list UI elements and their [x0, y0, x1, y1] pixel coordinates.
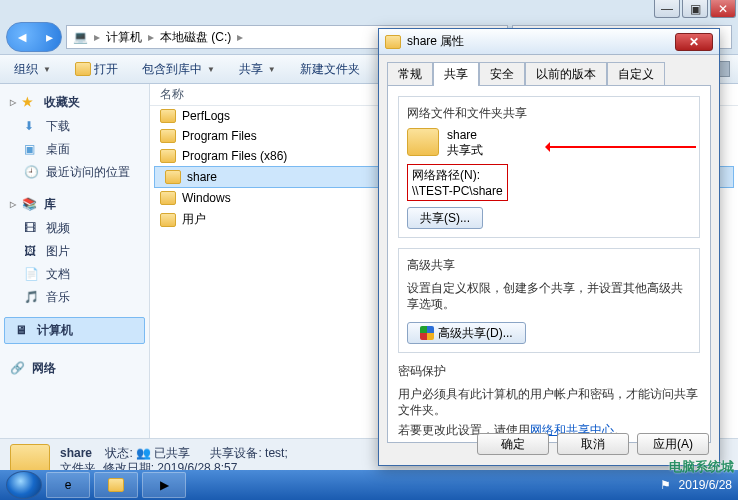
start-button[interactable]: [6, 471, 42, 499]
breadcrumb-drive[interactable]: 本地磁盘 (C:): [158, 29, 233, 46]
sidebar-libraries[interactable]: ▷库: [0, 192, 149, 217]
sidebar-item-label: 视频: [46, 220, 70, 237]
video-icon: [24, 221, 40, 237]
tray-date: 2019/6/28: [679, 478, 732, 492]
folder-icon: [385, 35, 401, 49]
details-device-value: test;: [265, 446, 288, 460]
tab-general[interactable]: 常规: [387, 62, 433, 86]
tab-sharing[interactable]: 共享: [433, 62, 479, 86]
chevron-right-icon: ▸: [94, 30, 100, 44]
advanced-share-button[interactable]: 高级共享(D)...: [407, 322, 526, 344]
nav-sidebar: ▷★收藏夹 下载 桌面 最近访问的位置 ▷库 视频 图片 文档 音乐 计算机 网…: [0, 84, 150, 452]
system-tray[interactable]: ⚑2019/6/28: [660, 478, 732, 492]
music-icon: [24, 290, 40, 306]
sidebar-computer-label: 计算机: [37, 322, 73, 339]
nav-back-forward[interactable]: ◄ ▸: [6, 22, 62, 52]
network-path-value: \\TEST-PC\share: [412, 184, 503, 198]
ok-button[interactable]: 确定: [477, 433, 549, 455]
share-with-button[interactable]: 共享: [233, 59, 282, 80]
sidebar-item-videos[interactable]: 视频: [0, 217, 149, 240]
folder-icon: [160, 191, 176, 205]
star-icon: ★: [22, 95, 38, 111]
details-name: share: [60, 446, 92, 460]
sidebar-item-label: 音乐: [46, 289, 70, 306]
chevron-right-icon: ▸: [237, 30, 243, 44]
breadcrumb-root-icon[interactable]: 💻: [71, 30, 90, 44]
sidebar-item-label: 下载: [46, 118, 70, 135]
desktop-icon: [24, 142, 40, 158]
folder-icon: [160, 213, 176, 227]
forward-arrow-icon[interactable]: ▸: [46, 29, 53, 45]
chevron-right-icon: ▸: [148, 30, 154, 44]
dialog-title: share 属性: [407, 33, 464, 50]
group-title: 密码保护: [398, 363, 700, 380]
apply-button[interactable]: 应用(A): [637, 433, 709, 455]
tab-previous-versions[interactable]: 以前的版本: [525, 62, 607, 86]
close-button[interactable]: ✕: [710, 0, 736, 18]
details-status-value: 已共享: [154, 446, 190, 460]
share-name: share: [447, 128, 483, 143]
maximize-button[interactable]: ▣: [682, 0, 708, 18]
open-label: 打开: [94, 61, 118, 78]
password-protection-group: 密码保护 用户必须具有此计算机的用户帐户和密码，才能访问共享文件夹。 若要更改此…: [398, 363, 700, 438]
back-arrow-icon[interactable]: ◄: [15, 29, 29, 45]
breadcrumb-computer[interactable]: 计算机: [104, 29, 144, 46]
media-icon: ▶: [160, 478, 169, 492]
sidebar-network[interactable]: 网络: [0, 356, 149, 381]
recent-icon: [24, 165, 40, 181]
organize-button[interactable]: 组织: [8, 59, 57, 80]
folder-icon: [407, 128, 439, 156]
file-name: Windows: [182, 191, 231, 205]
taskbar-app-media[interactable]: ▶: [142, 472, 186, 498]
minimize-button[interactable]: —: [654, 0, 680, 18]
folder-icon: [75, 62, 91, 76]
download-icon: [24, 119, 40, 135]
sidebar-item-music[interactable]: 音乐: [0, 286, 149, 309]
sidebar-network-label: 网络: [32, 360, 56, 377]
file-name: 用户: [182, 211, 206, 228]
sidebar-computer[interactable]: 计算机: [4, 317, 145, 344]
dialog-close-button[interactable]: ✕: [675, 33, 713, 51]
sidebar-item-downloads[interactable]: 下载: [0, 115, 149, 138]
sidebar-item-recent[interactable]: 最近访问的位置: [0, 161, 149, 184]
taskbar: e ▶ ⚑2019/6/28: [0, 470, 738, 500]
sidebar-item-label: 最近访问的位置: [46, 164, 130, 181]
group-title: 高级共享: [407, 257, 691, 274]
folder-icon: [108, 478, 124, 492]
annotation-arrow: [546, 146, 696, 148]
properties-dialog: share 属性 ✕ 常规 共享 安全 以前的版本 自定义 网络文件和文件夹共享…: [378, 28, 720, 466]
sidebar-item-documents[interactable]: 文档: [0, 263, 149, 286]
sidebar-item-pictures[interactable]: 图片: [0, 240, 149, 263]
share-button[interactable]: 共享(S)...: [407, 207, 483, 229]
network-file-share-group: 网络文件和文件夹共享 share 共享式 网络路径(N): \\TEST-PC\…: [398, 96, 700, 238]
sidebar-item-desktop[interactable]: 桌面: [0, 138, 149, 161]
cancel-button[interactable]: 取消: [557, 433, 629, 455]
file-name: Program Files: [182, 129, 257, 143]
advanced-share-group: 高级共享 设置自定义权限，创建多个共享，并设置其他高级共享选项。 高级共享(D)…: [398, 248, 700, 353]
tray-flag-icon: ⚑: [660, 478, 671, 492]
dialog-tabs: 常规 共享 安全 以前的版本 自定义: [379, 55, 719, 85]
library-icon: [22, 197, 38, 213]
sidebar-item-label: 桌面: [46, 141, 70, 158]
taskbar-app-ie[interactable]: e: [46, 472, 90, 498]
file-name: PerfLogs: [182, 109, 230, 123]
password-desc: 用户必须具有此计算机的用户帐户和密码，才能访问共享文件夹。: [398, 386, 700, 418]
network-icon: [10, 361, 26, 377]
tab-custom[interactable]: 自定义: [607, 62, 665, 86]
folder-icon: [160, 109, 176, 123]
file-name: share: [187, 170, 217, 184]
computer-icon: [15, 323, 31, 339]
sidebar-favorites[interactable]: ▷★收藏夹: [0, 90, 149, 115]
advanced-share-desc: 设置自定义权限，创建多个共享，并设置其他高级共享选项。: [407, 280, 691, 312]
advanced-share-button-label: 高级共享(D)...: [438, 325, 513, 342]
folder-icon: [165, 170, 181, 184]
taskbar-app-explorer[interactable]: [94, 472, 138, 498]
details-device-label: 共享设备:: [210, 446, 261, 460]
include-in-library-button[interactable]: 包含到库中: [136, 59, 221, 80]
document-icon: [24, 267, 40, 283]
dialog-titlebar[interactable]: share 属性 ✕: [379, 29, 719, 55]
tab-security[interactable]: 安全: [479, 62, 525, 86]
sidebar-item-label: 文档: [46, 266, 70, 283]
new-folder-button[interactable]: 新建文件夹: [294, 59, 366, 80]
open-button[interactable]: 打开: [69, 59, 124, 80]
